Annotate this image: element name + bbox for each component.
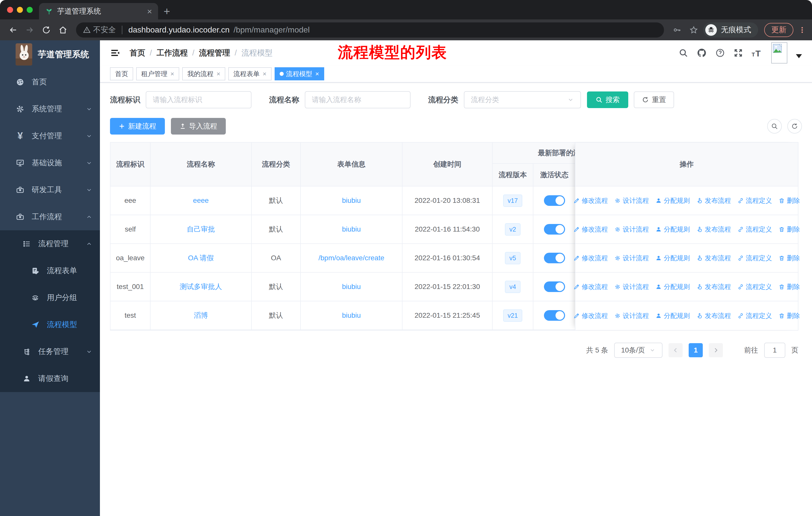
tag-tenant[interactable]: 租户管理 × bbox=[136, 67, 179, 80]
tab-close-icon[interactable]: × bbox=[147, 7, 152, 16]
reload-icon[interactable] bbox=[39, 23, 53, 37]
process-definition-link[interactable]: 流程定义 bbox=[737, 225, 772, 234]
design-process-link[interactable]: 设计流程 bbox=[614, 196, 649, 205]
process-name-link[interactable]: 测试多审批人 bbox=[180, 282, 222, 292]
tag-close-icon[interactable]: × bbox=[216, 70, 220, 78]
create-process-button[interactable]: 新建流程 bbox=[110, 118, 165, 135]
sidebar-item-user-group[interactable]: 用户分组 bbox=[0, 284, 100, 311]
delete-link[interactable]: 删除 bbox=[779, 311, 800, 320]
back-icon[interactable] bbox=[6, 23, 20, 37]
search-icon[interactable] bbox=[678, 48, 688, 58]
help-icon[interactable] bbox=[715, 48, 725, 58]
active-toggle[interactable] bbox=[544, 281, 565, 292]
assign-rule-link[interactable]: 分配规则 bbox=[656, 311, 690, 320]
next-page-button[interactable] bbox=[709, 343, 723, 357]
process-definition-link[interactable]: 流程定义 bbox=[737, 254, 772, 263]
sidebar-item-task-mgmt[interactable]: 任务管理 bbox=[0, 338, 100, 365]
edit-process-link[interactable]: 修改流程 bbox=[573, 282, 608, 291]
sidebar-item-workflow[interactable]: 工作流程 bbox=[0, 203, 100, 230]
avatar-dropdown-caret-icon[interactable] bbox=[796, 54, 802, 58]
form-info-link[interactable]: biubiu bbox=[342, 283, 361, 291]
active-toggle[interactable] bbox=[544, 310, 565, 321]
version-badge[interactable]: v4 bbox=[505, 281, 521, 293]
publish-process-link[interactable]: 发布流程 bbox=[696, 311, 731, 320]
active-toggle[interactable] bbox=[544, 195, 565, 206]
sidebar-item-infra[interactable]: 基础设施 bbox=[0, 150, 100, 176]
version-badge[interactable]: v21 bbox=[503, 309, 522, 322]
tag-home[interactable]: 首页 bbox=[110, 67, 133, 80]
minimize-window-button[interactable] bbox=[17, 7, 23, 13]
assign-rule-link[interactable]: 分配规则 bbox=[656, 282, 690, 291]
tag-close-icon[interactable]: × bbox=[263, 70, 266, 78]
process-name-link[interactable]: eeee bbox=[193, 196, 209, 205]
avatar[interactable] bbox=[771, 42, 787, 63]
show-search-icon-button[interactable] bbox=[767, 119, 782, 134]
delete-link[interactable]: 删除 bbox=[779, 225, 800, 234]
breadcrumb-home[interactable]: 首页 bbox=[129, 48, 145, 58]
browser-tab[interactable]: 芋道管理系统 × bbox=[39, 3, 158, 19]
edit-process-link[interactable]: 修改流程 bbox=[573, 254, 608, 263]
refresh-icon-button[interactable] bbox=[787, 119, 802, 134]
assign-rule-link[interactable]: 分配规则 bbox=[656, 196, 690, 205]
zoom-window-button[interactable] bbox=[27, 7, 33, 13]
browser-menu-icon[interactable] bbox=[799, 26, 806, 34]
page-size-select[interactable]: 10条/页 bbox=[614, 343, 663, 358]
reset-button[interactable]: 重置 bbox=[634, 91, 674, 108]
new-tab-button[interactable]: + bbox=[164, 5, 170, 18]
edit-process-link[interactable]: 修改流程 bbox=[573, 196, 608, 205]
tag-close-icon[interactable]: × bbox=[315, 70, 319, 78]
assign-rule-link[interactable]: 分配规则 bbox=[656, 225, 690, 234]
form-info-link[interactable]: /bpm/oa/leave/create bbox=[318, 254, 384, 262]
forward-icon[interactable] bbox=[23, 23, 37, 37]
version-badge[interactable]: v17 bbox=[503, 194, 522, 207]
edit-process-link[interactable]: 修改流程 bbox=[573, 311, 608, 320]
active-toggle[interactable] bbox=[544, 253, 565, 263]
sidebar-item-home[interactable]: 首页 bbox=[0, 69, 100, 96]
delete-link[interactable]: 删除 bbox=[779, 254, 800, 263]
process-definition-link[interactable]: 流程定义 bbox=[737, 196, 772, 205]
publish-process-link[interactable]: 发布流程 bbox=[696, 282, 731, 291]
assign-rule-link[interactable]: 分配规则 bbox=[656, 254, 690, 263]
sidebar-item-devtools[interactable]: 研发工具 bbox=[0, 176, 100, 203]
publish-process-link[interactable]: 发布流程 bbox=[696, 225, 731, 234]
tag-close-icon[interactable]: × bbox=[170, 70, 174, 78]
design-process-link[interactable]: 设计流程 bbox=[614, 225, 649, 234]
process-definition-link[interactable]: 流程定义 bbox=[737, 311, 772, 320]
publish-process-link[interactable]: 发布流程 bbox=[696, 254, 731, 263]
publish-process-link[interactable]: 发布流程 bbox=[696, 196, 731, 205]
process-name-link[interactable]: 自己审批 bbox=[187, 224, 215, 234]
bookmark-star-icon[interactable] bbox=[687, 23, 701, 37]
breadcrumb-workflow[interactable]: 工作流程 bbox=[156, 48, 188, 58]
prev-page-button[interactable] bbox=[669, 343, 683, 357]
search-button[interactable]: 搜索 bbox=[587, 91, 628, 108]
close-window-button[interactable] bbox=[7, 7, 13, 13]
process-name-link[interactable]: OA 请假 bbox=[188, 253, 214, 263]
edit-process-link[interactable]: 修改流程 bbox=[573, 225, 608, 234]
update-button[interactable]: 更新 bbox=[764, 23, 793, 37]
active-toggle[interactable] bbox=[544, 224, 565, 235]
tag-process-form[interactable]: 流程表单 × bbox=[228, 67, 271, 80]
url-bar[interactable]: 不安全 dashboard.yudao.iocoder.cn/bpm/manag… bbox=[76, 22, 664, 37]
delete-link[interactable]: 删除 bbox=[779, 196, 800, 205]
tag-my-process[interactable]: 我的流程 × bbox=[182, 67, 225, 80]
version-badge[interactable]: v5 bbox=[505, 252, 521, 264]
github-icon[interactable] bbox=[697, 48, 707, 58]
delete-link[interactable]: 删除 bbox=[779, 282, 800, 291]
process-name-link[interactable]: 滔博 bbox=[194, 311, 208, 320]
key-icon[interactable] bbox=[670, 23, 684, 37]
sidebar-item-process-model[interactable]: 流程模型 bbox=[0, 311, 100, 338]
design-process-link[interactable]: 设计流程 bbox=[614, 311, 649, 320]
version-badge[interactable]: v2 bbox=[505, 223, 521, 236]
fullscreen-icon[interactable] bbox=[733, 48, 743, 58]
process-name-input[interactable] bbox=[305, 91, 410, 108]
form-info-link[interactable]: biubiu bbox=[342, 225, 361, 233]
font-size-icon[interactable]: TT bbox=[752, 48, 763, 58]
process-definition-link[interactable]: 流程定义 bbox=[737, 282, 772, 291]
breadcrumb-process-mgmt[interactable]: 流程管理 bbox=[199, 48, 230, 58]
process-category-select[interactable]: 流程分类 bbox=[464, 91, 581, 108]
tag-process-model[interactable]: 流程模型 × bbox=[274, 67, 324, 80]
home-icon[interactable] bbox=[56, 23, 70, 37]
sidebar-item-process-mgmt[interactable]: 流程管理 bbox=[0, 230, 100, 257]
sidebar-item-payment[interactable]: ¥ 支付管理 bbox=[0, 123, 100, 150]
sidebar-item-leave-query[interactable]: 请假查询 bbox=[0, 365, 100, 392]
